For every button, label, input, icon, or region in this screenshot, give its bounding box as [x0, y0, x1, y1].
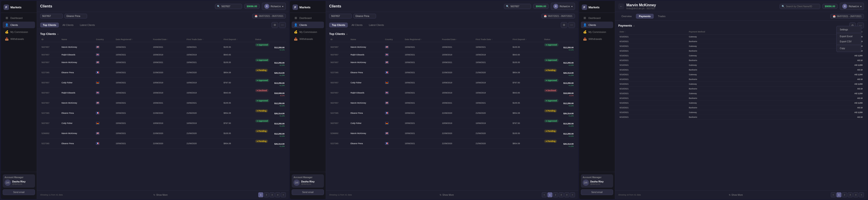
page-btn-2-3[interactable]: 2	[842, 192, 847, 197]
send-email-button[interactable]: Send email	[3, 190, 35, 195]
table-row[interactable]: 6/10/2021 Bankwire A$ 10	[618, 115, 864, 120]
id-filter-field[interactable]	[40, 14, 63, 19]
table-row[interactable]: 6/10/2021 Bankwire A$ 10	[618, 48, 864, 54]
tab-all-clients-2[interactable]: All Clients	[349, 23, 365, 28]
table-row[interactable]: 5637657 Ralph Edwards 🇬🇧 15/06/2021 15/0…	[329, 88, 575, 98]
col-method-p[interactable]: Payment Method	[687, 29, 799, 34]
search-input[interactable]	[221, 5, 240, 8]
col-name-2[interactable]: Name	[349, 37, 384, 42]
table-row[interactable]: 5637657 Cody Fisher 🇩🇪 15/06/2021 10/06/…	[329, 118, 575, 128]
col-status[interactable]: Status	[254, 37, 286, 42]
table-row[interactable]: 5637657 Marvin McKinney 🇺🇸 15/06/2021 15…	[329, 58, 575, 68]
table-row[interactable]: 5/10/2021 Gateway A$ 3,200	[618, 82, 864, 87]
col-id-2[interactable]: ID	[329, 37, 349, 42]
tab-latest-clients[interactable]: Latest Clients	[77, 23, 98, 28]
name-filter-field-2[interactable]	[353, 14, 376, 19]
page-btn-1-2[interactable]: 1	[548, 192, 552, 197]
tab-latest-clients-2[interactable]: Latest Clients	[366, 23, 386, 28]
date-range-2[interactable]: 📅 06/07/2021 - 06/07/2021	[541, 14, 575, 19]
show-more-button-2[interactable]: ↻ Show More	[440, 194, 454, 196]
page-btn-2-2[interactable]: 2	[553, 192, 558, 197]
table-row[interactable]: 5/10/2021 Gateway A$ 3,200	[618, 44, 864, 48]
filter-name-input[interactable]	[64, 14, 87, 19]
page-btn-4-3[interactable]: 4	[853, 192, 858, 197]
col-id[interactable]: ID	[40, 37, 60, 42]
filter-button[interactable]: ⚙	[272, 22, 278, 28]
col-country-2[interactable]: Country	[384, 37, 404, 42]
sidebar-item-commission-3[interactable]: 💰 My Commission	[581, 29, 613, 35]
filter-id-input-2[interactable]	[329, 14, 352, 19]
more-options-button-2[interactable]: ⋯	[568, 22, 575, 28]
tab-payments[interactable]: Payments	[636, 14, 654, 19]
table-row[interactable]: 5637657 Marvin McKinney 🇺🇸 15/06/2021 15…	[329, 42, 575, 52]
col-country[interactable]: Country	[94, 37, 114, 42]
table-row[interactable]: 5637657 Ralph Edwards 🇬🇧 15/06/2021 15/0…	[329, 52, 575, 58]
user-badge[interactable]: R Richard.m ▾	[262, 3, 286, 10]
page-btn-3-2[interactable]: 3	[559, 192, 564, 197]
search-box[interactable]: 🔍	[215, 4, 242, 9]
search-input-2[interactable]	[510, 5, 529, 8]
table-row[interactable]: 5637657 Cody Fisher 🇩🇪 15/06/2021 10/06/…	[40, 78, 286, 88]
sidebar-item-withdrawals-3[interactable]: 📤 Withdrawals	[581, 36, 613, 42]
table-row[interactable]: 5227365 Eleanor Pena 🇫🇷 15/06/2021 21/06…	[40, 68, 286, 78]
col-founded-2[interactable]: Founded Date ↑	[440, 37, 474, 42]
page-btn-1-3[interactable]: 1	[836, 192, 841, 197]
table-row[interactable]: 5637657 Marvin McKinney 🇺🇸 15/06/2021 15…	[329, 98, 575, 108]
show-more-button[interactable]: ↻ Show More	[153, 194, 167, 196]
table-row[interactable]: 5637657 Marvin McKinney 🇺🇸 15/06/2021 15…	[40, 58, 286, 68]
filter-button-2[interactable]: ⚙	[561, 22, 567, 28]
sidebar-item-clients-2[interactable]: 👤 Clients	[292, 22, 324, 28]
table-row[interactable]: 5/10/2021 Gateway A$ 3,200	[618, 63, 864, 68]
table-row[interactable]: 5637657 Marvin McKinney 🇺🇸 15/06/2021 15…	[40, 98, 286, 108]
table-row[interactable]: 5637657 Cody Fisher 🇩🇪 15/06/2021 10/06/…	[40, 118, 286, 128]
filter-name-input-2[interactable]	[353, 14, 376, 19]
page-btn-next-3[interactable]: »	[859, 192, 864, 197]
sidebar-item-withdrawals[interactable]: 📤 Withdrawals	[3, 36, 35, 42]
col-date-reg-2[interactable]: Date Registered ↑	[403, 37, 440, 42]
page-btn-4[interactable]: 4	[275, 192, 280, 197]
page-btn-4-2[interactable]: 4	[564, 192, 569, 197]
tab-trades[interactable]: Trades	[655, 14, 669, 19]
sidebar-item-dashboard[interactable]: ⊞ Dashboard	[3, 14, 35, 21]
table-row[interactable]: 5296892 Marvin McKinney 🇺🇸 15/06/2021 21…	[40, 128, 286, 138]
table-row[interactable]: 5/10/2021 Gateway A$ 3,200	[618, 110, 864, 115]
user-badge-2[interactable]: R Richard.m ▾	[551, 3, 575, 10]
user-badge-3[interactable]: R Richard.m ▾	[840, 3, 864, 10]
tab-top-clients-2[interactable]: Top Clients	[329, 23, 348, 28]
page-btn-next[interactable]: »	[281, 192, 286, 197]
table-row[interactable]: 6/10/2021 Bankwire A$ 10	[618, 105, 864, 110]
filter-id-input[interactable]	[40, 14, 63, 19]
page-btn-next-2[interactable]: »	[570, 192, 575, 197]
page-btn-prev-2[interactable]: «	[542, 192, 547, 197]
back-button[interactable]: ←	[618, 3, 624, 9]
date-range-3[interactable]: 📅 06/07/2021 - 26/07/2021	[830, 14, 864, 19]
id-filter-field-2[interactable]	[329, 14, 352, 19]
page-btn-3[interactable]: 3	[270, 192, 275, 197]
sidebar-item-commission-2[interactable]: 💰 My Commission	[292, 29, 324, 35]
table-row[interactable]: 6/10/2021 Bankwire A$ 10	[618, 68, 864, 72]
page-btn-3-3[interactable]: 3	[848, 192, 852, 197]
tab-top-clients[interactable]: Top Clients	[40, 23, 59, 28]
table-row[interactable]: 6/10/2021 Bankwire A$ 10	[618, 77, 864, 82]
table-row[interactable]: 5227365 Eleanor Pena 🇫🇷 15/06/2021 21/06…	[40, 138, 286, 148]
table-row[interactable]: 5227365 Eleanor Pena 🇫🇷 15/06/2021 21/06…	[329, 138, 575, 148]
table-row[interactable]: 5227365 Eleanor Pena 🇫🇷 15/06/2021 21/06…	[329, 68, 575, 78]
client-search-box[interactable]: 🔍	[780, 4, 820, 9]
sidebar-item-clients[interactable]: 👤 Clients	[3, 22, 35, 28]
page-btn-1[interactable]: 1	[258, 192, 263, 197]
col-date-reg[interactable]: Date Registered ↑	[114, 37, 152, 42]
table-row[interactable]: 6/10/2021 Bankwire A$ 10	[618, 39, 864, 44]
page-btn-prev-3[interactable]: «	[831, 192, 836, 197]
table-row[interactable]: 5/10/2021 Gateway A$ 3,200	[618, 34, 864, 39]
col-first-dep-2[interactable]: First Deposit ↑	[511, 37, 543, 42]
sidebar-item-commission[interactable]: 💰 My Commission	[3, 29, 35, 35]
sidebar-item-dashboard-2[interactable]: ⊞ Dashboard	[292, 14, 324, 21]
tab-overview[interactable]: Overview	[618, 14, 635, 19]
table-row[interactable]: 5/10/2021 Gateway A$ 3,200	[618, 54, 864, 58]
tab-all-clients[interactable]: All Clients	[60, 23, 76, 28]
client-search-input[interactable]	[786, 5, 818, 8]
name-filter-field[interactable]	[64, 14, 87, 19]
table-row[interactable]: 6/10/2021 Bankwire A$ 10	[618, 58, 864, 63]
col-first-trade[interactable]: First Trade Date ↑	[185, 37, 222, 42]
send-email-button-3[interactable]: Send email	[581, 190, 613, 195]
